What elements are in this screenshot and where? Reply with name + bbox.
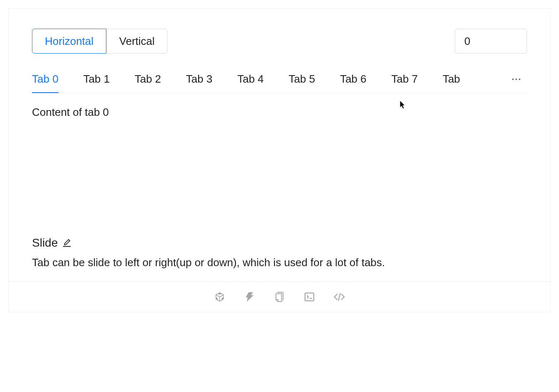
orientation-vertical-button[interactable]: Vertical xyxy=(106,29,167,54)
copy-icon[interactable] xyxy=(274,291,285,303)
tab-0[interactable]: Tab 0 xyxy=(32,65,59,93)
svg-rect-0 xyxy=(305,293,314,301)
tab-5[interactable]: Tab 5 xyxy=(289,65,315,93)
section-heading-row: Slide xyxy=(9,236,550,250)
pencil-icon xyxy=(62,238,72,248)
demo-container: Horizontal Vertical Tab 0 Tab 1 Tab 2 Ta… xyxy=(8,8,551,312)
tabs-nav: Tab 0 Tab 1 Tab 2 Tab 3 Tab 4 Tab 5 Tab … xyxy=(32,65,527,93)
thunderbolt-icon[interactable] xyxy=(244,291,255,303)
codesandbox-icon[interactable] xyxy=(214,291,226,303)
tab-2[interactable]: Tab 2 xyxy=(135,65,161,93)
top-controls-row: Horizontal Vertical xyxy=(32,29,527,54)
tabs-nav-scroll-wrap[interactable]: Tab 0 Tab 1 Tab 2 Tab 3 Tab 4 Tab 5 Tab … xyxy=(32,65,505,93)
tabs-component: Tab 0 Tab 1 Tab 2 Tab 3 Tab 4 Tab 5 Tab … xyxy=(32,65,527,226)
tab-4[interactable]: Tab 4 xyxy=(237,65,264,93)
tabs-more-button[interactable] xyxy=(505,65,527,93)
section-title: Slide xyxy=(32,236,58,250)
code-actions-footer xyxy=(9,282,550,312)
orientation-radio-group: Horizontal Vertical xyxy=(32,29,167,54)
section-description: Tab can be slide to left or right(up or … xyxy=(9,256,550,282)
tab-7[interactable]: Tab 7 xyxy=(391,65,418,93)
tabs-list: Tab 0 Tab 1 Tab 2 Tab 3 Tab 4 Tab 5 Tab … xyxy=(32,65,505,93)
tab-index-number-input[interactable] xyxy=(455,29,527,54)
orientation-horizontal-button[interactable]: Horizontal xyxy=(32,29,106,54)
tab-8-truncated[interactable]: Tab xyxy=(443,65,460,93)
tab-3[interactable]: Tab 3 xyxy=(186,65,213,93)
edit-icon[interactable] xyxy=(62,238,72,248)
terminal-icon[interactable] xyxy=(304,291,315,303)
tab-1[interactable]: Tab 1 xyxy=(83,65,110,93)
demo-box: Horizontal Vertical Tab 0 Tab 1 Tab 2 Ta… xyxy=(9,9,550,236)
tab-content-panel: Content of tab 0 xyxy=(32,93,527,226)
ellipsis-icon xyxy=(512,78,520,80)
code-icon[interactable] xyxy=(333,291,345,303)
tab-6[interactable]: Tab 6 xyxy=(340,65,367,93)
